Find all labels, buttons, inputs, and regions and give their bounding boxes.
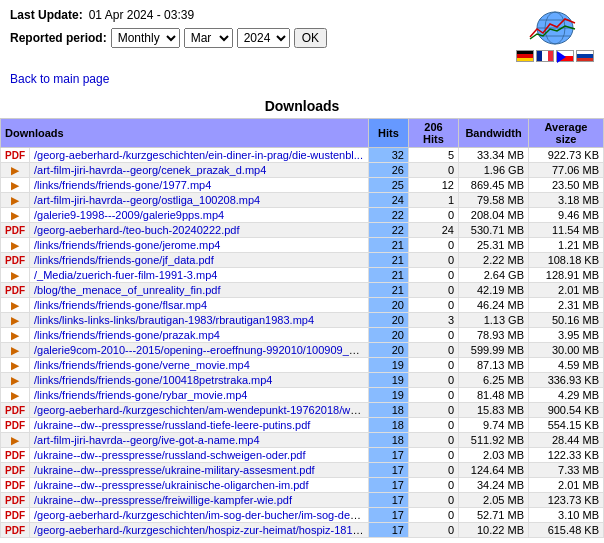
file-link[interactable]: /links/friends/friends-gone/1977.mp4 — [34, 179, 211, 191]
avgsize-value: 3.18 MB — [529, 193, 604, 208]
file-link-cell[interactable]: /links/friends/friends-gone/100418petrst… — [30, 373, 369, 388]
avgsize-value: 122.33 KB — [529, 448, 604, 463]
bandwidth-value: 6.25 MB — [459, 373, 529, 388]
file-type-icon: ▶ — [1, 163, 30, 178]
bandwidth-value: 2.03 MB — [459, 448, 529, 463]
file-link[interactable]: /links/friends/friends-gone/100418petrst… — [34, 374, 272, 386]
file-link[interactable]: /ukraine--dw--presspresse/ukrainische-ol… — [34, 479, 309, 491]
file-type-icon: PDF — [1, 508, 30, 523]
table-row: ▶ /galerie9-1998---2009/galerie9pps.mp4 … — [1, 208, 604, 223]
month-select[interactable]: JanFebMar AprMayJun JulAugSep OctNovDec — [184, 28, 233, 48]
file-link-cell[interactable]: /ukraine--dw--presspresse/freiwillige-ka… — [30, 493, 369, 508]
mp4-icon: ▶ — [11, 180, 19, 191]
file-link-cell[interactable]: /ukraine--dw--presspresse/ukraine-milita… — [30, 463, 369, 478]
file-link[interactable]: /ukraine--dw--presspresse/russland-schwe… — [34, 449, 305, 461]
avgsize-value: 336.93 KB — [529, 373, 604, 388]
hits-value: 25 — [369, 178, 409, 193]
hits-value: 20 — [369, 343, 409, 358]
file-link[interactable]: /georg-aeberhard-/teo-buch-20240222.pdf — [34, 224, 239, 236]
file-link[interactable]: /galerie9-1998---2009/galerie9pps.mp4 — [34, 209, 224, 221]
file-link-cell[interactable]: /links/friends/friends-gone/prazak.mp4 — [30, 328, 369, 343]
file-link[interactable]: /links/friends/friends-gone/rybar_movie.… — [34, 389, 247, 401]
file-link-cell[interactable]: /art-film-jiri-havrda--georg/cenek_praza… — [30, 163, 369, 178]
period-select[interactable]: Monthly Daily Hourly — [111, 28, 180, 48]
hits206-value: 0 — [409, 328, 459, 343]
table-row: ▶ /links/friends/friends-gone/1977.mp4 2… — [1, 178, 604, 193]
file-link-cell[interactable]: /links/friends/friends-gone/jerome.mp4 — [30, 238, 369, 253]
file-link[interactable]: /links/friends/friends-gone/jerome.mp4 — [34, 239, 220, 251]
file-link-cell[interactable]: /ukraine--dw--presspresse/russland-tiefe… — [30, 418, 369, 433]
file-link[interactable]: /art-film-jiri-havrda--georg/ive-got-a-n… — [34, 434, 260, 446]
ok-button[interactable]: OK — [294, 28, 327, 48]
file-link[interactable]: /georg-aeberhard-/kurzgeschichten/am-wen… — [34, 404, 369, 416]
file-link-cell[interactable]: /blog/the_menace_of_unreality_fin.pdf — [30, 283, 369, 298]
avgsize-value: 1.21 MB — [529, 238, 604, 253]
file-link-cell[interactable]: /georg-aeberhard-/kurzgeschichten/am-wen… — [30, 403, 369, 418]
hits206-value: 0 — [409, 253, 459, 268]
bandwidth-value: 869.45 MB — [459, 178, 529, 193]
file-link[interactable]: /ukraine--dw--presspresse/russland-tiefe… — [34, 419, 310, 431]
file-link[interactable]: /links/friends/friends-gone/verne_movie.… — [34, 359, 250, 371]
file-type-icon: PDF — [1, 493, 30, 508]
file-link[interactable]: /ukraine--dw--presspresse/ukraine-milita… — [34, 464, 315, 476]
file-link[interactable]: /links/friends/friends-gone/prazak.mp4 — [34, 329, 220, 341]
avgsize-value: 128.91 MB — [529, 268, 604, 283]
file-link-cell[interactable]: /_Media/zuerich-fuer-film-1991-3.mp4 — [30, 268, 369, 283]
file-link-cell[interactable]: /georg-aeberhard-/kurzgeschichten/ein-di… — [30, 148, 369, 163]
file-link[interactable]: /links/friends/friends-gone/jf_data.pdf — [34, 254, 214, 266]
hits-value: 18 — [369, 433, 409, 448]
table-row: ▶ /galerie9com-2010---2015/opening--eroe… — [1, 343, 604, 358]
avgsize-value: 23.50 MB — [529, 178, 604, 193]
year-select[interactable]: 202220232024 — [237, 28, 290, 48]
file-link-cell[interactable]: /links/friends/friends-gone/flsar.mp4 — [30, 298, 369, 313]
hits206-value: 0 — [409, 433, 459, 448]
file-link[interactable]: /links/links-links-links/brautigan-1983/… — [34, 314, 314, 326]
pdf-icon: PDF — [5, 525, 25, 536]
file-link-cell[interactable]: /links/friends/friends-gone/1977.mp4 — [30, 178, 369, 193]
file-link[interactable]: /art-film-jiri-havrda--georg/ostliga_100… — [34, 194, 260, 206]
mp4-icon: ▶ — [11, 210, 19, 221]
hits206-value: 0 — [409, 523, 459, 538]
file-link[interactable]: /art-film-jiri-havrda--georg/cenek_praza… — [34, 164, 266, 176]
reported-period-row: Reported period: Monthly Daily Hourly Ja… — [10, 28, 327, 48]
file-link[interactable]: /ukraine--dw--presspresse/freiwillige-ka… — [34, 494, 292, 506]
file-type-icon: PDF — [1, 223, 30, 238]
file-link-cell[interactable]: /georg-aeberhard-/teo-buch-20240222.pdf — [30, 223, 369, 238]
top-bar: Last Update: 01 Apr 2024 - 03:39 Reporte… — [0, 0, 604, 68]
file-link-cell[interactable]: /links/friends/friends-gone/jf_data.pdf — [30, 253, 369, 268]
flag-ru-icon — [576, 50, 594, 62]
file-link-cell[interactable]: /ukraine--dw--presspresse/russland-schwe… — [30, 448, 369, 463]
back-to-main-link[interactable]: Back to main page — [10, 72, 109, 86]
file-type-icon: PDF — [1, 478, 30, 493]
file-link[interactable]: /_Media/zuerich-fuer-film-1991-3.mp4 — [34, 269, 217, 281]
hits-value: 21 — [369, 238, 409, 253]
file-link-cell[interactable]: /ukraine--dw--presspresse/ukrainische-ol… — [30, 478, 369, 493]
hits206-value: 5 — [409, 148, 459, 163]
file-link-cell[interactable]: /links/links-links-links/brautigan-1983/… — [30, 313, 369, 328]
file-type-icon: PDF — [1, 283, 30, 298]
file-link[interactable]: /blog/the_menace_of_unreality_fin.pdf — [34, 284, 221, 296]
file-type-icon: PDF — [1, 523, 30, 538]
file-link-cell[interactable]: /georg-aeberhard-/kurzgeschichten/hospiz… — [30, 523, 369, 538]
file-link-cell[interactable]: /art-film-jiri-havrda--georg/ostliga_100… — [30, 193, 369, 208]
file-link-cell[interactable]: /art-film-jiri-havrda--georg/ive-got-a-n… — [30, 433, 369, 448]
hits206-value: 0 — [409, 493, 459, 508]
hits-value: 18 — [369, 418, 409, 433]
table-row: PDF /georg-aeberhard-/kurzgeschichten/ei… — [1, 148, 604, 163]
hits-value: 19 — [369, 358, 409, 373]
file-link-cell[interactable]: /georg-aeberhard-/kurzgeschichten/im-sog… — [30, 508, 369, 523]
file-link-cell[interactable]: /galerie9-1998---2009/galerie9pps.mp4 — [30, 208, 369, 223]
file-link[interactable]: /georg-aeberhard-/kurzgeschichten/im-sog… — [34, 509, 369, 521]
file-link-cell[interactable]: /links/friends/friends-gone/verne_movie.… — [30, 358, 369, 373]
file-link-cell[interactable]: /links/friends/friends-gone/rybar_movie.… — [30, 388, 369, 403]
file-link[interactable]: /georg-aeberhard-/kurzgeschichten/ein-di… — [34, 149, 363, 161]
back-link-container: Back to main page — [0, 68, 604, 94]
file-link[interactable]: /links/friends/friends-gone/flsar.mp4 — [34, 299, 207, 311]
file-type-icon: PDF — [1, 253, 30, 268]
pdf-icon: PDF — [5, 225, 25, 236]
file-link[interactable]: /georg-aeberhard-/kurzgeschichten/hospiz… — [34, 524, 369, 536]
table-row: PDF /ukraine--dw--presspresse/ukrainisch… — [1, 478, 604, 493]
file-link-cell[interactable]: /galerie9com-2010---2015/opening--eroeff… — [30, 343, 369, 358]
file-type-icon: ▶ — [1, 358, 30, 373]
file-link[interactable]: /galerie9com-2010---2015/opening--eroeff… — [34, 344, 369, 356]
